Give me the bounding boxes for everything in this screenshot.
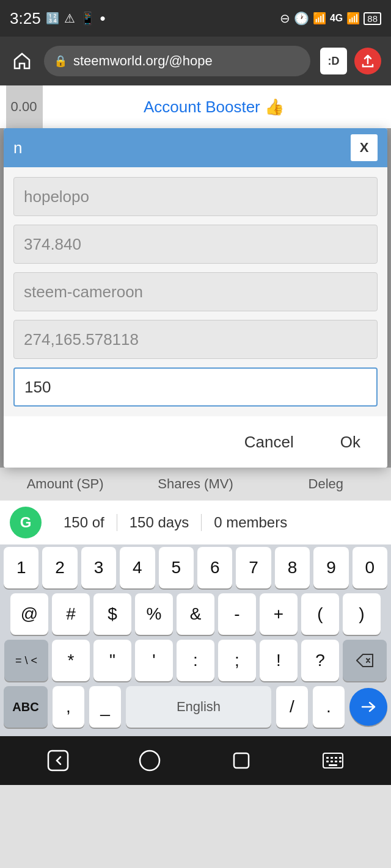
key-hash[interactable]: # — [52, 593, 90, 635]
signal-bars-icon: 📶 — [346, 12, 360, 25]
minus-circle-icon: ⊖ — [280, 11, 290, 26]
key-9[interactable]: 9 — [313, 547, 348, 588]
url-text: steemworld.org/@hope — [73, 53, 213, 69]
browser-bar: 🔒 steemworld.org/@hope :D — [0, 37, 391, 85]
browser-actions: :D — [320, 48, 381, 74]
key-3[interactable]: 3 — [81, 547, 116, 588]
username-input[interactable] — [13, 177, 378, 216]
key-quote[interactable]: " — [93, 640, 131, 681]
key-plus[interactable]: + — [260, 593, 298, 635]
grammarly-icon: G — [10, 507, 42, 538]
svg-point-1 — [140, 751, 159, 770]
value-input[interactable] — [13, 367, 378, 407]
home-icon[interactable] — [10, 49, 34, 73]
stats-items: 150 of 150 days 0 members — [51, 514, 381, 531]
key-ampersand[interactable]: & — [177, 593, 214, 635]
col-amount: Amount (SP) — [0, 476, 130, 492]
back-nav-icon[interactable] — [47, 750, 69, 772]
shares-input[interactable] — [13, 320, 378, 359]
key-colon[interactable]: : — [177, 640, 214, 681]
tabs-button[interactable]: :D — [320, 48, 347, 74]
stats-bar: G 150 of 150 days 0 members — [0, 501, 391, 544]
modal-footer: Cancel Ok — [4, 416, 387, 468]
key-1[interactable]: 1 — [4, 547, 38, 588]
key-open-paren[interactable]: ( — [301, 593, 339, 635]
key-4[interactable]: 4 — [120, 547, 155, 588]
col-deleg: Deleg — [261, 476, 391, 492]
home-nav-icon[interactable] — [139, 750, 161, 772]
key-8[interactable]: 8 — [275, 547, 310, 588]
key-special-switch[interactable]: = \ < — [4, 640, 48, 681]
keyboard-row-more: = \ < * " ' : ; ! ? — [0, 637, 391, 684]
keyboard-nav-icon[interactable] — [322, 752, 344, 769]
account-booster-label: Account Booster 👍 — [144, 98, 284, 117]
key-7[interactable]: 7 — [236, 547, 271, 588]
modal-body — [4, 167, 387, 416]
key-minus[interactable]: - — [218, 593, 256, 635]
recents-nav-icon[interactable] — [230, 750, 252, 772]
keyboard-row-numbers: 1 2 3 4 5 6 7 8 9 0 — [0, 544, 391, 591]
key-2[interactable]: 2 — [42, 547, 77, 588]
modal-header: n X — [4, 128, 387, 167]
4g-icon: 4G — [330, 13, 343, 24]
key-abc[interactable]: ABC — [4, 686, 48, 728]
status-right: ⊖ 🕐 📶 4G 📶 88 — [280, 11, 381, 26]
community-input[interactable] — [13, 272, 378, 311]
stat-150of: 150 of — [51, 514, 117, 531]
key-dollar[interactable]: $ — [93, 593, 131, 635]
key-space-english[interactable]: English — [126, 686, 271, 728]
svg-rect-10 — [339, 757, 342, 759]
navigation-bar — [0, 736, 391, 785]
key-close-paren[interactable]: ) — [343, 593, 381, 635]
key-exclaim[interactable]: ! — [260, 640, 298, 681]
svg-rect-5 — [331, 757, 333, 759]
url-bar[interactable]: 🔒 steemworld.org/@hope — [44, 46, 310, 76]
backspace-key[interactable] — [343, 640, 387, 681]
svg-rect-9 — [335, 761, 337, 762]
key-slash[interactable]: / — [276, 686, 308, 728]
lock-icon: 🔒 — [54, 54, 67, 68]
dot-icon: • — [100, 9, 106, 28]
key-at[interactable]: @ — [10, 593, 48, 635]
whatsapp-icon: 📱 — [80, 11, 95, 26]
key-underscore[interactable]: _ — [89, 686, 121, 728]
svg-rect-6 — [335, 757, 337, 759]
key-6[interactable]: 6 — [197, 547, 232, 588]
warning-icon: ⚠ — [64, 11, 75, 26]
ok-button[interactable]: Ok — [323, 426, 378, 458]
left-partial: 0.00 — [6, 85, 43, 128]
col-shares: Shares (MV) — [130, 476, 260, 492]
table-header: Amount (SP) Shares (MV) Deleg — [0, 468, 391, 501]
key-period[interactable]: . — [313, 686, 345, 728]
svg-rect-12 — [329, 764, 337, 766]
clock-icon: 🕐 — [294, 11, 309, 26]
time-display: 3:25 — [10, 9, 41, 28]
status-bar: 3:25 🔢 ⚠ 📱 • ⊖ 🕐 📶 4G 📶 88 — [0, 0, 391, 37]
key-asterisk[interactable]: * — [52, 640, 90, 681]
page-title-section: 0.00 Account Booster 👍 — [0, 85, 391, 128]
svg-rect-11 — [339, 761, 342, 762]
keyboard-row-symbols: @ # $ % & - + ( ) — [0, 591, 391, 637]
modal-overlay: n X Cancel Ok — [0, 128, 391, 468]
stat-150days: 150 days — [117, 514, 202, 531]
cancel-button[interactable]: Cancel — [227, 426, 311, 458]
battery-icon: 88 — [364, 12, 381, 25]
key-semicolon[interactable]: ; — [218, 640, 256, 681]
key-0[interactable]: 0 — [353, 547, 387, 588]
key-enter-action[interactable] — [349, 688, 387, 726]
key-comma[interactable]: , — [53, 686, 84, 728]
key-apostrophe[interactable]: ' — [135, 640, 173, 681]
modal-close-button[interactable]: X — [351, 134, 378, 161]
modal-header-text: n — [13, 139, 22, 157]
svg-rect-2 — [234, 753, 249, 768]
upload-button[interactable] — [354, 48, 381, 74]
stat-0members: 0 members — [202, 514, 299, 531]
status-left: 3:25 🔢 ⚠ 📱 • — [10, 9, 106, 28]
modal-dialog: n X Cancel Ok — [4, 128, 387, 468]
key-percent[interactable]: % — [135, 593, 173, 635]
key-5[interactable]: 5 — [159, 547, 194, 588]
key-question[interactable]: ? — [301, 640, 339, 681]
amount-input[interactable] — [13, 225, 378, 264]
svg-rect-7 — [326, 761, 329, 762]
account-booster-tab[interactable]: Account Booster 👍 — [43, 85, 385, 128]
